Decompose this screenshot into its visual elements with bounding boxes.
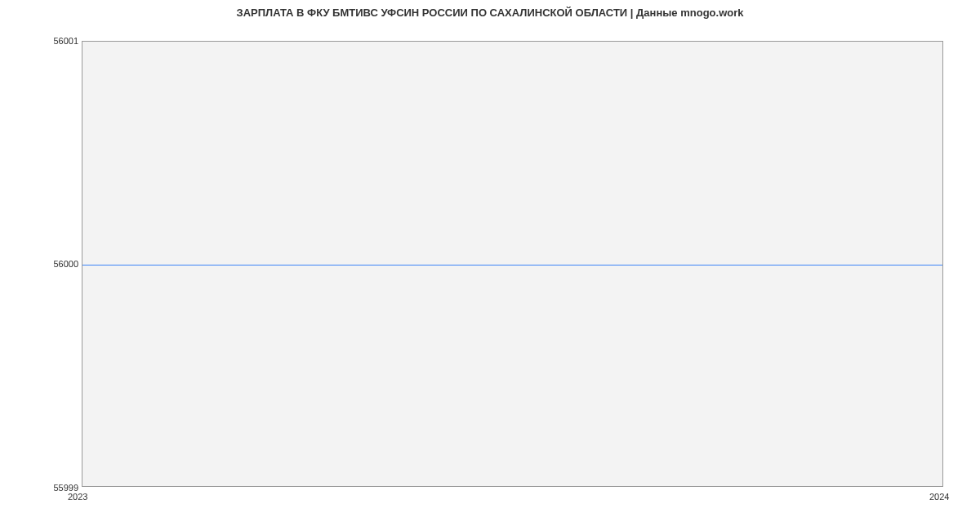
x-tick-label: 2023 bbox=[68, 492, 87, 502]
y-tick-label: 56000 bbox=[5, 259, 78, 269]
x-tick-label: 2024 bbox=[929, 492, 949, 502]
chart-title: ЗАРПЛАТА В ФКУ БМТИВС УФСИН РОССИИ ПО СА… bbox=[237, 7, 744, 19]
chart-container: ЗАРПЛАТА В ФКУ БМТИВС УФСИН РОССИИ ПО СА… bbox=[0, 0, 980, 531]
y-tick-label: 56001 bbox=[5, 36, 78, 46]
plot-area bbox=[82, 41, 943, 487]
data-line bbox=[82, 265, 942, 266]
